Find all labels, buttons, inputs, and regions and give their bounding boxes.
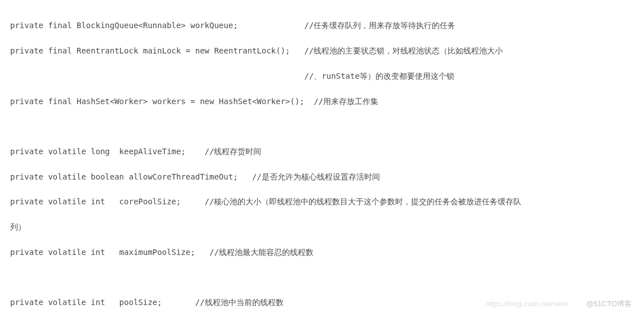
- code-line: private volatile long keepAliveTime; //线…: [10, 145, 634, 158]
- watermark-csdn: https://blog.csdn.net/weix: [486, 298, 568, 310]
- code-line: private final HashSet<Worker> workers = …: [10, 95, 634, 108]
- code-line: private volatile int corePoolSize; //核心池…: [10, 195, 634, 208]
- code-line: 列）: [10, 221, 634, 233]
- code-block: private final BlockingQueue<Runnable> wo…: [10, 7, 634, 318]
- code-line: //、runState等）的改变都要使用这个锁: [10, 70, 634, 82]
- code-line: [10, 120, 634, 133]
- code-line: [10, 271, 634, 284]
- code-line: private volatile boolean allowCoreThread…: [10, 171, 634, 183]
- watermark-51cto: @51CTO博客: [586, 298, 632, 310]
- code-line: private final BlockingQueue<Runnable> wo…: [10, 19, 634, 32]
- code-line: private volatile int maximumPoolSize; //…: [10, 246, 634, 258]
- code-line: private final ReentrantLock mainLock = n…: [10, 44, 634, 57]
